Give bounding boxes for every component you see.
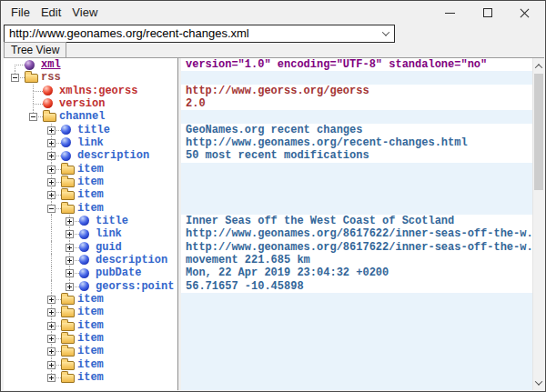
tab-strip: Tree View: [4, 42, 66, 57]
tree-row[interactable]: title: [4, 124, 177, 136]
value-row[interactable]: [181, 176, 532, 188]
combo-dropdown-button[interactable]: [378, 31, 394, 36]
expand-icon[interactable]: [47, 152, 56, 160]
expand-icon[interactable]: [47, 191, 56, 199]
tree-row[interactable]: item: [4, 319, 177, 332]
value-row[interactable]: [181, 293, 532, 306]
tree-row[interactable]: title: [4, 215, 177, 227]
value-row[interactable]: GeoNames.org recent changes: [181, 124, 532, 136]
value-row[interactable]: [181, 188, 532, 201]
collapse-icon[interactable]: [47, 205, 56, 213]
expand-icon[interactable]: [47, 335, 56, 343]
value-row[interactable]: 2.0: [181, 97, 532, 110]
tree-guide-line: [33, 97, 34, 104]
tree-row[interactable]: guid: [4, 241, 177, 254]
split-view: xmlrssxmlns:georssversionchanneltitlelin…: [4, 57, 544, 390]
expand-icon[interactable]: [47, 322, 56, 330]
tree-row[interactable]: item: [4, 306, 177, 318]
maximize-button[interactable]: [469, 1, 506, 25]
expand-icon[interactable]: [47, 374, 56, 382]
value-row[interactable]: movement 221.685 km: [181, 254, 532, 266]
address-input[interactable]: [5, 26, 378, 41]
value-row[interactable]: Mon, 22 Apr 2019 23:04:32 +0200: [181, 266, 532, 279]
folder-icon: [25, 74, 38, 83]
tree-row[interactable]: item: [4, 371, 177, 384]
tree-node-label: georss:point: [96, 280, 174, 293]
close-button[interactable]: [506, 1, 543, 25]
folder-icon: [61, 205, 75, 214]
value-row[interactable]: [181, 306, 532, 318]
expand-icon[interactable]: [47, 296, 56, 304]
tree-guide-line: [51, 280, 52, 293]
value-row[interactable]: [181, 110, 532, 123]
tree-row[interactable]: xml: [4, 58, 177, 71]
value-row[interactable]: [181, 319, 532, 332]
value-row[interactable]: 56.71657 -10.45898: [181, 280, 532, 293]
value-row[interactable]: http://www.georss.org/georss: [181, 85, 532, 97]
tree-row[interactable]: item: [4, 293, 177, 306]
expand-icon[interactable]: [47, 308, 56, 317]
expand-icon[interactable]: [66, 283, 74, 291]
tab-tree-view[interactable]: Tree View: [4, 42, 66, 57]
value-row[interactable]: version="1.0" encoding="UTF-8" standalon…: [181, 58, 532, 71]
tree-row[interactable]: description: [4, 149, 177, 162]
minimize-button[interactable]: [431, 1, 469, 25]
tree-row[interactable]: item: [4, 163, 177, 176]
expand-icon[interactable]: [47, 178, 56, 186]
tree-row[interactable]: item: [4, 176, 177, 188]
value-row[interactable]: http://www.geonames.org/8617622/inner-se…: [181, 241, 532, 254]
tree-node-label: item: [77, 358, 104, 371]
tree-node-label: xmlns:georss: [59, 85, 137, 97]
tree-row[interactable]: item: [4, 358, 177, 371]
tree-row[interactable]: georss:point: [4, 280, 177, 293]
tree-guide-line: [33, 85, 34, 91]
vertical-scrollbar[interactable]: [532, 58, 544, 390]
menu-view[interactable]: View: [66, 2, 103, 23]
scroll-up-button[interactable]: [533, 59, 544, 73]
tree-row[interactable]: link: [4, 227, 177, 240]
tree-row[interactable]: rss: [4, 71, 177, 84]
expand-icon[interactable]: [47, 347, 56, 356]
value-row[interactable]: http://www.geonames.org/recent-changes.h…: [181, 136, 532, 149]
tree-guide-line: [33, 91, 43, 92]
tree-row[interactable]: version: [4, 97, 177, 110]
tree-row[interactable]: pubDate: [4, 266, 177, 279]
value-row[interactable]: [181, 345, 532, 357]
value-row[interactable]: [181, 358, 532, 371]
value-row[interactable]: [181, 332, 532, 345]
expand-icon[interactable]: [47, 361, 56, 369]
tree-row[interactable]: xmlns:georss: [4, 85, 177, 97]
expand-icon[interactable]: [66, 217, 74, 226]
expand-icon[interactable]: [47, 126, 56, 135]
expand-icon[interactable]: [66, 256, 74, 265]
collapse-icon[interactable]: [11, 74, 19, 82]
value-row[interactable]: http://www.geonames.org/8617622/inner-se…: [181, 227, 532, 240]
collapse-icon[interactable]: [29, 113, 37, 121]
value-row[interactable]: [181, 163, 532, 176]
menu-file[interactable]: File: [5, 2, 35, 23]
value-row[interactable]: [181, 202, 532, 215]
scrollbar-thumb[interactable]: [534, 74, 543, 190]
tree-row[interactable]: item: [4, 202, 177, 215]
folder-icon: [61, 191, 75, 200]
value-row[interactable]: 50 most recent modifications: [181, 149, 532, 162]
tree-row[interactable]: description: [4, 254, 177, 266]
tree-node-label: guid: [96, 241, 122, 254]
tree-row[interactable]: link: [4, 136, 177, 149]
expand-icon[interactable]: [66, 230, 74, 238]
tree-row[interactable]: item: [4, 188, 177, 201]
expand-icon[interactable]: [66, 269, 74, 277]
tree-row[interactable]: channel: [4, 110, 177, 123]
tree-row[interactable]: item: [4, 345, 177, 357]
scroll-down-button[interactable]: [533, 376, 544, 389]
value-row[interactable]: [181, 371, 532, 384]
tree-row[interactable]: item: [4, 332, 177, 345]
expand-icon[interactable]: [66, 244, 74, 252]
value-row[interactable]: Inner Seas off the West Coast of Scotlan…: [181, 215, 532, 227]
menu-edit[interactable]: Edit: [35, 2, 66, 23]
expand-icon[interactable]: [47, 166, 56, 174]
value-row[interactable]: [181, 71, 532, 84]
element-icon: [79, 242, 89, 252]
expand-icon[interactable]: [47, 139, 56, 147]
tree-guide-line: [15, 65, 25, 65]
